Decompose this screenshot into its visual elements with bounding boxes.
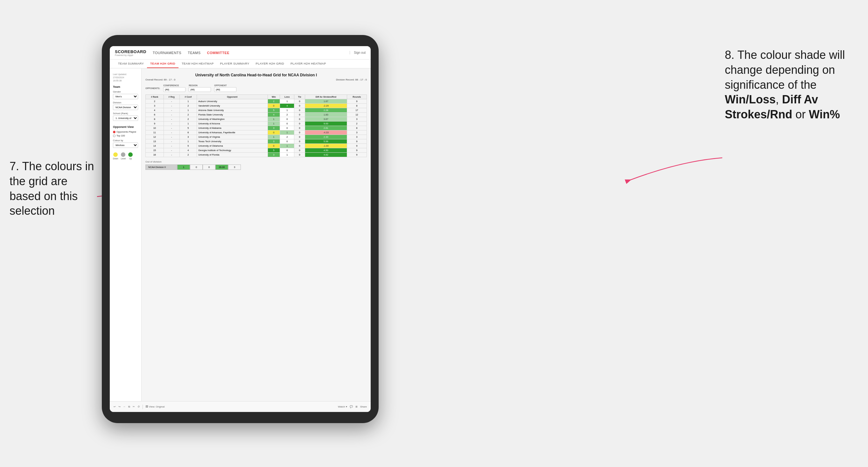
sign-out-button[interactable]: Sign out (350, 51, 366, 54)
radio-top100[interactable]: Top 100 (113, 134, 138, 137)
annotation-left: 7. The colours in the grid are based on … (9, 159, 99, 219)
cell-rank: 6 (146, 113, 164, 117)
cell-win: 4 (268, 113, 280, 117)
cell-team-name: University of Florida (197, 153, 268, 157)
cell-win: 5 (268, 148, 280, 153)
overall-record: Overall Record: 89 - 17 - 0 (146, 78, 175, 81)
cell-diff: 5.56 (305, 139, 347, 144)
cell-rounds: 2 (347, 122, 367, 126)
subnav-player-summary[interactable]: PLAYER SUMMARY (217, 60, 253, 68)
cell-rounds: 3 (347, 130, 367, 135)
cell-reg: - (163, 122, 180, 126)
cell-conf: 2 (180, 117, 197, 122)
radio-dot-selected (113, 131, 116, 133)
watch-button[interactable]: Watch ▾ (338, 405, 347, 408)
cell-win: 1 (268, 135, 280, 139)
subnav-team-h2h-heatmap[interactable]: TEAM H2H HEATMAP (179, 60, 217, 68)
school-select[interactable]: 1. University of Nort... (113, 116, 138, 121)
cell-diff: 9.00 (305, 122, 347, 126)
cell-tie: 0 (294, 99, 305, 104)
cell-diff: 4.62 (305, 153, 347, 157)
cell-rounds: 9 (347, 153, 367, 157)
cell-rounds: 8 (347, 126, 367, 130)
cell-tie: 0 (294, 126, 305, 130)
share-button[interactable]: Share (360, 405, 367, 408)
cell-rank: 12 (146, 135, 164, 139)
col-opponent: Opponent (197, 95, 268, 99)
toolbar-separator (143, 405, 143, 409)
filter-row: Opponents: Conference (All) Region (All) (146, 84, 367, 92)
copy-button[interactable]: ⧉ (128, 405, 130, 408)
cell-loss: 2 (280, 135, 294, 139)
cell-tie: 0 (294, 130, 305, 135)
opponent-select[interactable]: (All) (214, 87, 237, 92)
last-updated: Last Updated: 27/03/202416:55:38 (113, 73, 138, 82)
logo: SCOREBOARD Powered by clippd (115, 49, 146, 56)
cell-team-name: University of Arkansas, Fayetteville (197, 130, 268, 135)
cell-loss: 0 (280, 148, 294, 153)
view-original-button[interactable]: 🖼 View: Original (146, 405, 164, 408)
cell-rounds: 9 (347, 144, 367, 148)
subnav-player-h2h-grid[interactable]: PLAYER H2H GRID (253, 60, 287, 68)
cell-diff: 3.67 (305, 117, 347, 122)
cell-team-name: University of Washington (197, 117, 268, 122)
cell-rank: 11 (146, 130, 164, 135)
gender-select[interactable]: Men's (113, 94, 138, 99)
cell-reg: - (163, 117, 180, 122)
cell-diff: 4.50 (305, 148, 347, 153)
undo-button[interactable]: ↩ (114, 405, 116, 408)
out-div-loss: 0 (190, 164, 203, 170)
cell-team-name: University of Alabama (197, 126, 268, 130)
region-select[interactable]: (All) (189, 87, 211, 92)
subnav-team-h2h-grid[interactable]: TEAM H2H GRID (147, 60, 179, 68)
cell-loss: 1 (280, 153, 294, 157)
cell-reg: - (163, 108, 180, 113)
nav-committee[interactable]: COMMITTEE (207, 50, 230, 55)
crop-button[interactable]: ✂ (133, 405, 135, 408)
redo-button[interactable]: ↪ (118, 405, 121, 408)
nav-teams[interactable]: TEAMS (188, 50, 200, 55)
subnav-team-summary[interactable]: TEAM SUMMARY (115, 60, 147, 68)
nav-tournaments[interactable]: TOURNAMENTS (153, 50, 181, 55)
cell-team-name: Texas Tech University (197, 139, 268, 144)
cell-diff: 1.67 (305, 99, 347, 104)
cell-win: 1 (268, 117, 280, 122)
legend-up: Up (128, 152, 133, 160)
nav-items: TOURNAMENTS TEAMS COMMITTEE (153, 50, 350, 55)
grid-title: University of North Carolina Head-to-Hea… (146, 73, 367, 77)
cell-loss: 0 (280, 117, 294, 122)
cell-reg: - (163, 139, 180, 144)
timer-button[interactable]: ⏱ (137, 405, 140, 408)
cell-loss: 1 (280, 130, 294, 135)
cell-diff: 2.33 (305, 135, 347, 139)
col-loss: Loss (280, 95, 294, 99)
cell-team-name: University of Virginia (197, 135, 268, 139)
cell-tie: 0 (294, 117, 305, 122)
cell-diff: -1.00 (305, 144, 347, 148)
subnav-player-h2h-heatmap[interactable]: PLAYER H2H HEATMAP (287, 60, 329, 68)
cell-reg: - (163, 135, 180, 139)
annotation-right: 8. The colour shade will change dependin… (725, 48, 859, 122)
comment-button[interactable]: 💬 (350, 405, 353, 408)
cell-conf: 2 (180, 113, 197, 117)
cell-tie: 0 (294, 148, 305, 153)
cell-rank: 10 (146, 126, 164, 130)
radio-opponents-played[interactable]: Opponents Played (113, 130, 138, 133)
cell-tie: 0 (294, 153, 305, 157)
grid-button[interactable]: ⊞ (355, 405, 358, 408)
color-legend: Down Level Up (113, 152, 138, 160)
table-row: 14 - 5 University of Oklahoma 0 1 0 -1.0… (146, 144, 367, 148)
cell-rank: 8 (146, 117, 164, 122)
cell-reg: - (163, 126, 180, 130)
division-select[interactable]: NCAA Division I (113, 105, 138, 110)
back-button[interactable]: ← (123, 405, 126, 408)
out-of-division: Out of division NCAA Division II 1 0 0 2… (146, 160, 367, 170)
colour-by-label: Colour by (113, 139, 138, 142)
conference-select[interactable]: (All) (163, 87, 186, 92)
main-content: Last Updated: 27/03/202416:55:38 Team Ge… (110, 68, 371, 401)
cell-rank: 9 (146, 122, 164, 126)
colour-by-select[interactable]: Win/loss (113, 143, 138, 148)
table-row: 2 - 1 Auburn University 2 1 0 1.67 9 (146, 99, 367, 104)
filter-conference: Conference (All) (163, 84, 186, 92)
table-row: 4 - 1 Arizona State University 5 1 0 2.2… (146, 108, 367, 113)
